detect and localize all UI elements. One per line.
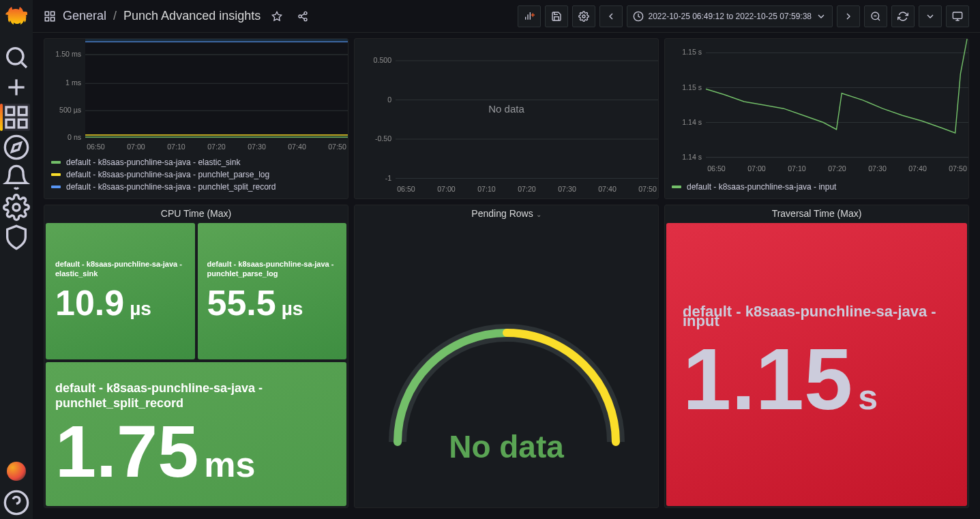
svg-text:07:00: 07:00	[437, 184, 456, 193]
panel-title: Pending Rows⌄	[355, 205, 658, 222]
svg-text:07:20: 07:20	[828, 164, 846, 173]
svg-point-28	[582, 15, 585, 18]
svg-text:1.50 ms: 1.50 ms	[55, 50, 81, 58]
svg-text:1.14 s: 1.14 s	[682, 117, 702, 125]
topbar: General / Punch Advanced insights 2022-1…	[33, 0, 980, 33]
time-range-button[interactable]: 2022-10-25 06:49:12 to 2022-10-25 07:59:…	[627, 5, 833, 27]
svg-rect-36	[85, 39, 348, 139]
svg-rect-6	[18, 119, 27, 128]
svg-text:-1: -1	[385, 173, 391, 182]
stat-cell: default - k8saas-punchline-sa-java - ela…	[46, 223, 195, 359]
svg-text:06:50: 06:50	[707, 164, 726, 173]
chevron-down-icon: ⌄	[536, 211, 541, 218]
svg-text:07:30: 07:30	[868, 164, 887, 173]
settings-button[interactable]	[572, 5, 595, 27]
legend-item[interactable]: default - k8saas-punchline-sa-java - inp…	[672, 181, 962, 193]
svg-rect-5	[18, 107, 27, 115]
time-back-button[interactable]	[599, 5, 623, 27]
svg-text:1.14 s: 1.14 s	[682, 152, 702, 160]
sidebar	[0, 0, 33, 519]
svg-point-20	[304, 18, 307, 20]
stat-cell: default - k8saas-punchline-sa-java - pun…	[198, 223, 347, 359]
cycle-view-button[interactable]	[946, 5, 969, 27]
breadcrumb-folder[interactable]: General	[63, 9, 106, 23]
svg-text:07:00: 07:00	[127, 143, 145, 151]
create-icon[interactable]	[3, 74, 30, 101]
configuration-icon[interactable]	[3, 194, 30, 221]
svg-text:07:20: 07:20	[207, 143, 226, 151]
pending-rows-panel[interactable]: Pending Rows⌄ No data	[354, 205, 659, 508]
svg-point-0	[8, 48, 23, 64]
svg-rect-14	[51, 12, 55, 15]
star-icon[interactable]	[267, 7, 286, 26]
share-icon[interactable]	[293, 7, 312, 26]
svg-marker-17	[273, 12, 282, 20]
save-button[interactable]	[545, 5, 568, 27]
refresh-button[interactable]	[891, 5, 915, 27]
add-panel-button[interactable]	[518, 5, 541, 27]
svg-text:07:30: 07:30	[248, 143, 266, 151]
alerting-icon[interactable]	[3, 164, 30, 191]
time-range-label: 2022-10-25 06:49:12 to 2022-10-25 07:59:…	[648, 12, 812, 21]
svg-text:07:50: 07:50	[949, 164, 967, 173]
svg-rect-7	[6, 119, 14, 128]
svg-point-19	[299, 15, 301, 18]
panel-title: CPU Time (Max)	[44, 205, 348, 222]
refresh-interval-button[interactable]	[919, 5, 942, 27]
svg-line-31	[878, 18, 880, 20]
chevron-down-icon	[816, 11, 827, 22]
timeseries-panel-2[interactable]: No data 0.500 0 -0.50 -1 06:5007:0007:10…	[354, 38, 659, 199]
svg-text:-0.50: -0.50	[375, 134, 391, 143]
svg-rect-4	[6, 107, 14, 115]
svg-text:07:30: 07:30	[558, 184, 576, 193]
panel-title: Traversal Time (Max)	[665, 205, 968, 222]
svg-rect-16	[45, 17, 48, 20]
help-icon[interactable]	[3, 489, 30, 516]
svg-text:0.500: 0.500	[374, 56, 392, 65]
grafana-logo[interactable]	[5, 5, 27, 27]
dashboard-title[interactable]: Punch Advanced insights	[123, 9, 261, 23]
svg-text:1 ms: 1 ms	[65, 78, 81, 87]
svg-text:06:50: 06:50	[87, 143, 105, 151]
avatar[interactable]	[7, 462, 26, 481]
svg-text:07:40: 07:40	[908, 164, 927, 173]
legend: default - k8saas-punchline-sa-java - ela…	[44, 153, 348, 198]
svg-text:0 ns: 0 ns	[68, 133, 82, 141]
stat-cell: default - k8saas-punchline-sa-java - inp…	[666, 223, 967, 506]
cpu-time-panel[interactable]: CPU Time (Max) default - k8saas-punchlin…	[44, 205, 348, 508]
clock-icon	[633, 11, 644, 22]
svg-point-10	[13, 204, 20, 211]
zoom-out-button[interactable]	[864, 5, 887, 27]
svg-text:07:10: 07:10	[477, 184, 496, 193]
svg-text:07:20: 07:20	[518, 184, 536, 193]
dashboards-icon[interactable]	[3, 104, 30, 131]
svg-text:500 µs: 500 µs	[59, 106, 82, 114]
breadcrumb-separator: /	[113, 9, 117, 23]
timeseries-panel-3[interactable]: 1.15 s 1.15 s 1.14 s 1.14 s 06:5007:0007…	[664, 38, 969, 199]
traversal-time-panel[interactable]: Traversal Time (Max) default - k8saas-pu…	[664, 205, 969, 508]
svg-line-21	[301, 17, 305, 19]
server-admin-icon[interactable]	[3, 224, 30, 251]
svg-text:07:10: 07:10	[788, 164, 806, 173]
svg-point-8	[5, 136, 27, 158]
timeseries-panel-1[interactable]: 1.50 ms 1 ms 500 µs 0 ns 06:5007:0007:10…	[44, 38, 348, 199]
explore-icon[interactable]	[3, 134, 30, 161]
svg-text:07:40: 07:40	[598, 184, 617, 193]
legend-item[interactable]: default - k8saas-punchline-sa-java - pun…	[51, 181, 341, 193]
content: 1.50 ms 1 ms 500 µs 0 ns 06:5007:0007:10…	[33, 33, 980, 519]
svg-text:07:10: 07:10	[167, 143, 185, 151]
svg-rect-33	[953, 12, 962, 18]
search-icon[interactable]	[3, 44, 30, 71]
svg-text:1.15 s: 1.15 s	[682, 48, 702, 56]
legend-item[interactable]: default - k8saas-punchline-sa-java - pun…	[51, 168, 341, 181]
svg-text:06:50: 06:50	[397, 184, 415, 193]
svg-text:07:50: 07:50	[328, 143, 346, 151]
nodata-label: No data	[355, 103, 658, 115]
dashboards-icon	[44, 10, 56, 23]
time-forward-button[interactable]	[837, 5, 860, 27]
svg-rect-13	[45, 12, 48, 15]
stat-cell: default - k8saas-punchline-sa-java - pun…	[46, 362, 346, 506]
svg-line-22	[301, 14, 305, 16]
legend-item[interactable]: default - k8saas-punchline-sa-java - ela…	[51, 156, 341, 168]
svg-text:07:50: 07:50	[638, 184, 657, 193]
